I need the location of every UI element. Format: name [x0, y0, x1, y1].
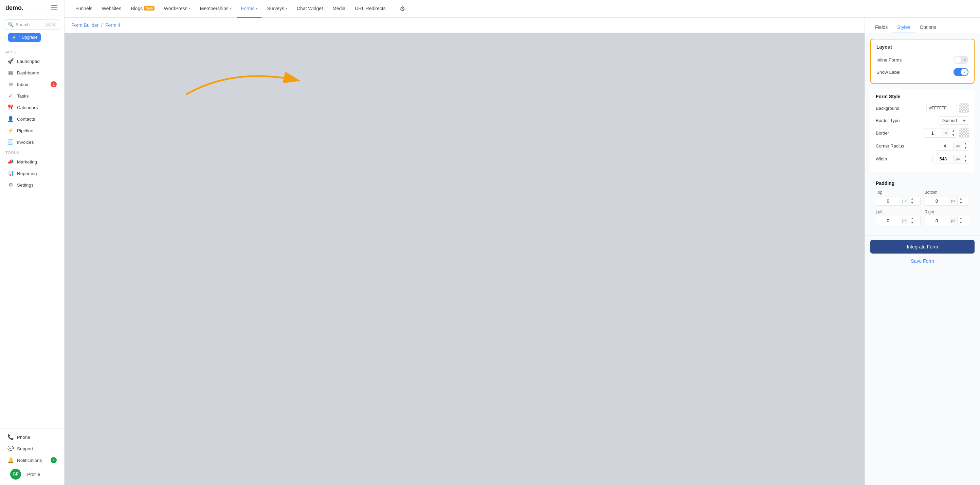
sidebar-item-label: Inbox — [17, 82, 28, 87]
breadcrumb: Form Builder / Form 4 — [65, 18, 865, 33]
nav-funnels[interactable]: Funnels — [71, 0, 96, 18]
sidebar-item-contacts[interactable]: 👤 Contacts — [2, 113, 62, 125]
background-control — [913, 103, 969, 113]
settings-gear-icon[interactable]: ⚙ — [400, 5, 405, 13]
width-unit: px — [953, 155, 962, 163]
nav-label: Memberships — [200, 6, 229, 11]
sidebar-item-reporting[interactable]: 📊 Reporting — [2, 168, 62, 179]
tab-fields[interactable]: Fields — [870, 22, 892, 33]
nav-label: WordPress — [164, 6, 188, 11]
sidebar-item-inbox[interactable]: ✉ Inbox 1 — [2, 78, 62, 90]
padding-right-input[interactable] — [925, 217, 949, 225]
sidebar-item-calendars[interactable]: 📅 Calendars — [2, 102, 62, 113]
sidebar-item-label: Pipeline — [17, 128, 33, 133]
sidebar-item-marketing[interactable]: 📣 Marketing — [2, 156, 62, 168]
border-down-button[interactable]: ▼ — [950, 133, 956, 137]
padding-left-down[interactable]: ▼ — [909, 220, 915, 225]
padding-left-input[interactable] — [876, 217, 900, 225]
sidebar-item-support[interactable]: 💬 Support — [2, 443, 62, 455]
padding-left-spinner: ▲ ▼ — [909, 216, 915, 225]
sidebar-item-profile[interactable]: GP Profile — [2, 466, 62, 482]
width-label: Width — [876, 156, 913, 161]
tools-section-label: Tools — [0, 148, 64, 156]
padding-bottom-down[interactable]: ▼ — [958, 201, 964, 205]
breadcrumb-separator: / — [101, 22, 103, 28]
padding-right-up[interactable]: ▲ — [958, 216, 964, 220]
width-input-wrap: px ▲ ▼ — [932, 154, 969, 163]
nav-websites[interactable]: Websites — [98, 0, 125, 18]
hamburger-icon[interactable] — [50, 4, 59, 11]
sidebar-item-tasks[interactable]: ✓ Tasks — [2, 90, 62, 102]
show-label-row: Show Label — [877, 66, 969, 78]
lightning-icon: ⚡ — [11, 35, 17, 40]
tasks-icon: ✓ — [8, 93, 14, 99]
layout-section: Layout Inline Forms ✕ Show Label — [870, 39, 975, 84]
width-up-button[interactable]: ▲ — [963, 154, 969, 159]
border-color-swatch[interactable] — [959, 128, 969, 138]
sidebar-item-notifications[interactable]: 🔔 Notifications 4 — [2, 455, 62, 466]
chevron-down-icon: ▾ — [189, 6, 191, 10]
search-bar[interactable]: 🔍 Search ctrl K — [4, 19, 60, 30]
nav-surveys[interactable]: Surveys ▾ — [263, 0, 291, 18]
inbox-badge: 1 — [51, 81, 57, 87]
background-input[interactable] — [926, 104, 957, 112]
nav-blogs[interactable]: Blogs New — [127, 0, 159, 18]
sidebar-item-dashboard[interactable]: ▦ Dashboard — [2, 67, 62, 78]
main-content: Funnels Websites Blogs New WordPress ▾ M… — [65, 0, 980, 485]
sidebar-item-launchpad[interactable]: 🚀 Launchpad — [2, 56, 62, 67]
corner-radius-down-button[interactable]: ▼ — [963, 146, 969, 150]
calendars-icon: 📅 — [8, 104, 14, 110]
width-spinner: ▲ ▼ — [962, 154, 969, 163]
sidebar-item-phone[interactable]: 📞 Phone — [2, 431, 62, 443]
corner-radius-input[interactable] — [936, 142, 953, 150]
nav-chat-widget[interactable]: Chat Widget — [293, 0, 327, 18]
color-swatch[interactable] — [959, 103, 969, 113]
border-spinner: ▲ ▼ — [950, 128, 956, 137]
chevron-down-icon: ▾ — [286, 6, 287, 10]
upgrade-button[interactable]: ⚡ ↑ Upgrade — [8, 33, 41, 42]
padding-left-label: Left — [876, 210, 921, 214]
breadcrumb-parent[interactable]: Form Builder — [71, 22, 99, 28]
sidebar-bottom: 📞 Phone 💬 Support 🔔 Notifications 4 GP P… — [0, 428, 64, 485]
nav-media[interactable]: Media — [328, 0, 349, 18]
panel-tabs: Fields Styles Options — [865, 18, 980, 33]
width-input[interactable] — [933, 155, 953, 163]
padding-right-down[interactable]: ▼ — [958, 220, 964, 225]
padding-top-label: Top — [876, 190, 921, 195]
sidebar-item-invoices[interactable]: 🧾 Invoices — [2, 136, 62, 148]
nav-forms[interactable]: Forms ▾ — [237, 0, 262, 18]
corner-radius-unit: px — [953, 142, 962, 150]
nav-url-redirects[interactable]: URL Redirects — [351, 0, 390, 18]
search-shortcut: ctrl K — [45, 22, 56, 27]
show-label-toggle[interactable] — [953, 68, 969, 76]
padding-bottom-input[interactable] — [925, 197, 949, 205]
border-up-button[interactable]: ▲ — [950, 128, 956, 133]
form-builder: Form Builder / Form 4 — [65, 18, 865, 485]
nav-wordpress[interactable]: WordPress ▾ — [160, 0, 194, 18]
sidebar-item-pipeline[interactable]: ⚡ Pipeline — [2, 125, 62, 136]
nav-memberships[interactable]: Memberships ▾ — [196, 0, 235, 18]
padding-top-down[interactable]: ▼ — [909, 201, 915, 205]
integrate-form-button[interactable]: Integrate Form — [870, 240, 975, 254]
inline-forms-toggle[interactable]: ✕ — [953, 56, 969, 64]
toggle-knob — [961, 69, 968, 75]
width-down-button[interactable]: ▼ — [963, 159, 969, 163]
sidebar-item-settings[interactable]: ⚙ Settings — [2, 179, 62, 191]
sidebar-item-label: Contacts — [17, 116, 35, 122]
save-form-button[interactable]: Save Form — [870, 256, 975, 266]
border-type-select[interactable]: None Solid Dashed Dotted — [939, 116, 969, 125]
form-style-section: Form Style Background Border Type None — [870, 89, 975, 172]
padding-bottom-up[interactable]: ▲ — [958, 196, 964, 201]
tab-options[interactable]: Options — [915, 22, 940, 33]
sidebar: demo. 🔍 Search ctrl K ⚡ ↑ Upgrade Apps 🚀… — [0, 0, 65, 485]
padding-bottom-unit: px — [949, 197, 958, 204]
corner-radius-up-button[interactable]: ▲ — [963, 141, 969, 146]
sidebar-logo: demo. — [0, 0, 64, 16]
tab-styles[interactable]: Styles — [892, 22, 915, 33]
border-input[interactable] — [924, 129, 941, 137]
padding-left-up[interactable]: ▲ — [909, 216, 915, 220]
padding-top-up[interactable]: ▲ — [909, 196, 915, 201]
sidebar-item-label: Support — [17, 446, 33, 451]
padding-top-input[interactable] — [876, 197, 900, 205]
dashboard-icon: ▦ — [8, 70, 14, 76]
